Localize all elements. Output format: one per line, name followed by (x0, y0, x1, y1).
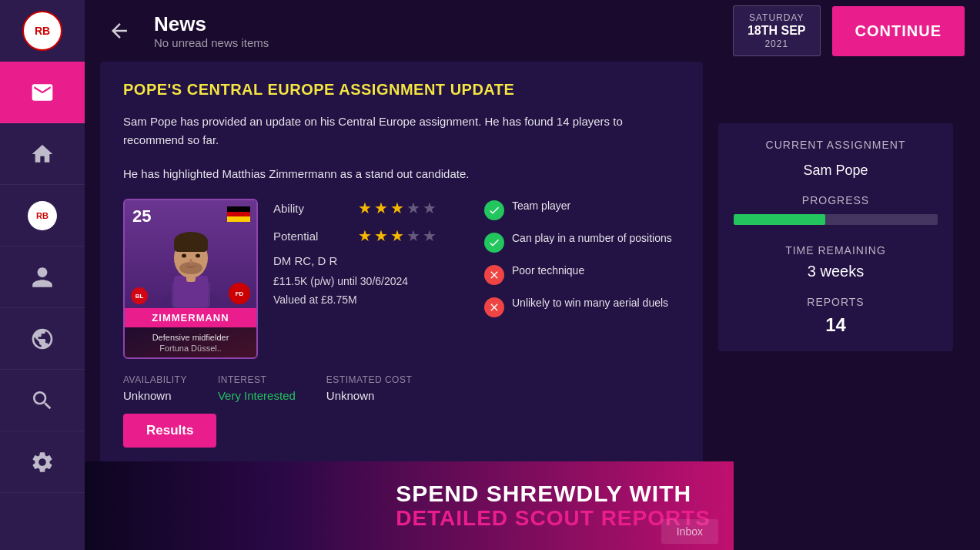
player-role: Defensive midfielder (131, 332, 250, 344)
time-remaining-label: TIME REMAINING (734, 244, 938, 257)
trait-text-1: Team player (512, 199, 570, 214)
assignment-title: CURRENT ASSIGNMENT (734, 139, 938, 151)
reports-value: 14 (734, 314, 938, 336)
results-button[interactable]: Results (123, 414, 216, 448)
sidebar-item-home[interactable] (0, 123, 85, 185)
search-icon (30, 388, 55, 413)
traits-section: Team player Can play in a number of posi… (484, 199, 680, 359)
sidebar-item-badge[interactable]: RB (0, 185, 85, 246)
news-header-subtitle: No unread news items (154, 36, 269, 49)
reports-label: REPORTS (734, 296, 938, 308)
trait-4: Unlikely to win many aerial duels (484, 296, 680, 317)
potential-label: Potential (273, 230, 358, 243)
player-contract: £11.5K (p/w) until 30/6/2024 (273, 275, 469, 287)
topbar-right: SATURDAY 18TH SEP 2021 CONTINUE (733, 5, 965, 55)
trait-icon-1 (484, 200, 504, 220)
right-column: CURRENT ASSIGNMENT Sam Pope PROGRESS TIM… (718, 62, 965, 538)
trait-icon-3 (484, 265, 504, 285)
sidebar-item-mail[interactable] (0, 62, 85, 123)
trait-icon-4 (484, 297, 504, 317)
player-nationality-flag (227, 206, 250, 222)
ability-row: Ability ★ ★ ★ ★ ★ (273, 199, 469, 217)
estimated-cost-value: Unknown (326, 389, 412, 402)
sidebar-item-settings[interactable] (0, 431, 85, 493)
ability-stars: ★ ★ ★ ★ ★ (358, 199, 436, 217)
bundesliga-badge: BL (131, 287, 148, 304)
date-main: 18TH SEP (748, 23, 806, 38)
continue-button[interactable]: CONTINUE (832, 6, 965, 56)
star-1: ★ (358, 199, 372, 217)
progress-bar-bg (734, 214, 938, 225)
player-section: 25 (123, 199, 680, 359)
time-remaining-value: 3 weeks (734, 263, 938, 280)
ability-label: Ability (273, 202, 358, 215)
news-info: News No unread news items (154, 12, 269, 49)
trait-text-4: Unlikely to win many aerial duels (512, 296, 668, 311)
svg-point-8 (182, 254, 186, 258)
player-value: Valued at £8.75M (273, 293, 469, 306)
pstar-2: ★ (374, 226, 388, 245)
news-body-2: He has highlighted Matthias Zimmermann a… (123, 165, 680, 183)
player-name-band: ZIMMERMANN (125, 308, 256, 327)
trait-1: Team player (484, 199, 680, 220)
trait-3: Poor technique (484, 263, 680, 285)
availability-label: AVAILABILITY (123, 374, 187, 385)
sidebar-item-search[interactable] (0, 370, 85, 431)
pstar-4: ★ (406, 226, 420, 245)
date-year: 2021 (748, 39, 806, 49)
star-5: ★ (423, 199, 436, 217)
interest-label: INTEREST (218, 374, 296, 385)
sidebar-item-globe[interactable] (0, 308, 85, 370)
news-body-1: Sam Pope has provided an update on his C… (123, 112, 680, 149)
player-club: Fortuna Düssel.. (131, 344, 250, 353)
sidebar: RB RB (0, 0, 85, 550)
estimated-cost-col: ESTIMATED COST Unknown (326, 374, 412, 402)
potential-stars: ★ ★ ★ ★ ★ (358, 226, 436, 245)
settings-icon (30, 450, 55, 475)
player-name: ZIMMERMANN (131, 312, 250, 324)
pstar-3: ★ (390, 226, 404, 245)
promo-banner: SPEND SHREWDLY WITH DETAILED SCOUT REPOR… (85, 461, 734, 550)
interest-col: INTEREST Very Interested (218, 374, 296, 402)
scout-name: Sam Pope (734, 163, 938, 179)
promo-line-1: SPEND SHREWDLY WITH (396, 481, 711, 506)
globe-icon (30, 327, 55, 351)
star-4: ★ (406, 199, 420, 217)
trait-text-3: Poor technique (512, 263, 584, 279)
player-card[interactable]: 25 (123, 199, 258, 359)
availability-col: AVAILABILITY Unknown (123, 374, 187, 402)
trait-icon-2 (484, 233, 504, 253)
topbar: News No unread news items SATURDAY 18TH … (85, 0, 980, 62)
svg-rect-6 (174, 241, 208, 252)
player-silhouette (152, 216, 229, 308)
person-icon (30, 265, 55, 290)
news-header-title: News (154, 12, 269, 36)
svg-point-7 (179, 262, 202, 274)
player-stats: Ability ★ ★ ★ ★ ★ Potential (273, 199, 469, 359)
back-icon (108, 19, 131, 42)
player-position: DM RC, D R (273, 254, 469, 267)
sidebar-item-person[interactable] (0, 246, 85, 308)
home-icon (30, 142, 55, 166)
bottom-info: AVAILABILITY Unknown INTEREST Very Inter… (123, 374, 680, 402)
assignment-panel: CURRENT ASSIGNMENT Sam Pope PROGRESS TIM… (718, 123, 953, 351)
estimated-cost-label: ESTIMATED COST (326, 374, 412, 385)
availability-value: Unknown (123, 389, 187, 402)
pstar-1: ★ (358, 226, 372, 245)
star-2: ★ (374, 199, 388, 217)
back-button[interactable] (100, 12, 139, 50)
club-logo[interactable]: RB (0, 0, 85, 62)
club-badge: FD (229, 283, 250, 304)
potential-row: Potential ★ ★ ★ ★ ★ (273, 226, 469, 245)
star-3: ★ (390, 199, 404, 217)
mail-icon (30, 80, 55, 105)
player-number: 25 (132, 206, 151, 226)
date-day: SATURDAY (748, 12, 806, 23)
pstar-5: ★ (423, 226, 436, 245)
svg-point-9 (196, 254, 200, 258)
interest-value: Very Interested (218, 389, 296, 402)
trait-text-2: Can play in a number of positions (512, 231, 672, 246)
player-description: Defensive midfielder Fortuna Düssel.. (125, 327, 256, 357)
inbox-button[interactable]: Inbox (661, 519, 718, 544)
trait-2: Can play in a number of positions (484, 231, 680, 253)
